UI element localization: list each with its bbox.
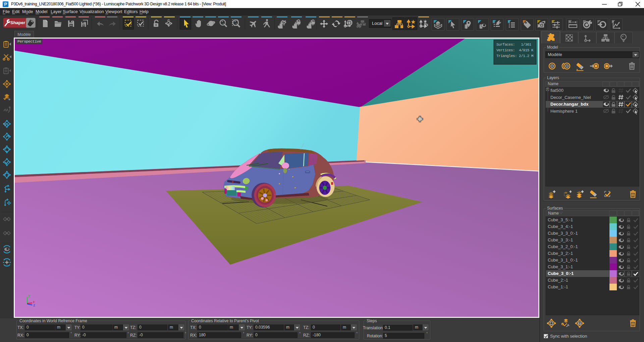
svg-text:-: - [223,21,224,25]
svg-text:z: z [33,303,35,307]
svg-text:-: - [235,21,237,25]
svg-text:P: P [4,2,7,7]
svg-text:?: ? [579,321,581,325]
svg-text:y: y [28,293,30,297]
